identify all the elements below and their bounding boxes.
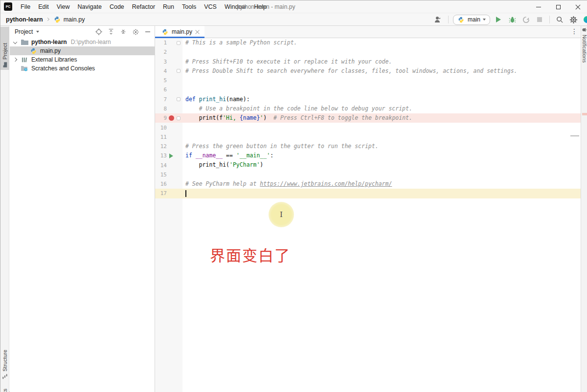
menu-tools[interactable]: Tools xyxy=(178,3,200,10)
code-line-14[interactable]: 14 print_hi('PyCharm') xyxy=(155,160,581,170)
run-button[interactable] xyxy=(493,14,504,25)
expand-all-button[interactable] xyxy=(107,28,115,36)
gutter-run-slot[interactable] xyxy=(167,153,176,158)
code-line-12[interactable]: 12# Press the green button in the gutter… xyxy=(155,142,581,151)
gutter-cell[interactable]: 12 xyxy=(155,142,182,151)
tool-stripe-notifications-tab[interactable]: Notifications xyxy=(581,27,587,63)
code-line-4[interactable]: 4# Press Double Shift to search everywhe… xyxy=(155,66,581,76)
code-text[interactable] xyxy=(182,189,581,198)
code-line-15[interactable]: 15 xyxy=(155,170,581,179)
project-panel-title[interactable]: Project xyxy=(15,28,33,35)
settings-button[interactable] xyxy=(568,14,579,25)
run-configuration-select[interactable]: main xyxy=(453,15,490,25)
gutter-cell[interactable]: 11 xyxy=(155,132,182,142)
menu-navigate[interactable]: Navigate xyxy=(74,3,106,10)
hide-panel-button[interactable] xyxy=(144,28,152,36)
stop-button[interactable] xyxy=(534,14,545,25)
debug-button[interactable] xyxy=(507,14,518,25)
code-text[interactable]: # Press Double Shift to search everywher… xyxy=(182,66,581,76)
fold-region-slot[interactable] xyxy=(176,116,181,120)
code-line-7[interactable]: 7def print_hi(name): xyxy=(155,95,581,104)
fold-marker-icon[interactable] xyxy=(177,41,181,45)
gutter-cell[interactable]: 6 xyxy=(155,85,182,94)
tab-mainpy[interactable]: main.py xyxy=(155,26,204,38)
gutter-cell[interactable]: 1 xyxy=(155,38,182,47)
code-text[interactable]: def print_hi(name): xyxy=(182,95,581,104)
tool-stripe-structure-tab[interactable]: Structure xyxy=(0,339,9,382)
tool-stripe-project-tab[interactable]: Project xyxy=(0,27,9,70)
tab-close-icon[interactable] xyxy=(195,30,200,34)
code-text[interactable]: print(f'Hi, {name}') # Press Ctrl+F8 to … xyxy=(182,113,581,123)
menu-file[interactable]: File xyxy=(17,3,34,10)
tree-row-mainpy[interactable]: main.py xyxy=(10,46,155,55)
tree-row-external-libraries[interactable]: External Libraries xyxy=(10,55,155,64)
code-editor[interactable]: 1# This is a sample Python script.23# Pr… xyxy=(155,38,581,392)
code-line-9[interactable]: 9 print(f'Hi, {name}') # Press Ctrl+F8 t… xyxy=(155,113,581,123)
code-text[interactable]: # Press Shift+F10 to execute it or repla… xyxy=(182,57,581,66)
code-line-8[interactable]: 8 # Use a breakpoint in the code line be… xyxy=(155,104,581,113)
fold-marker-icon[interactable] xyxy=(177,69,181,73)
fold-region-slot[interactable] xyxy=(176,69,181,73)
locate-file-button[interactable] xyxy=(95,28,103,36)
menu-edit[interactable]: Edit xyxy=(34,3,53,10)
code-text[interactable]: # Use a breakpoint in the code line belo… xyxy=(182,104,581,113)
tool-stripe-bookmarks-tab[interactable]: Bookmarks xyxy=(0,386,9,392)
code-line-5[interactable]: 5 xyxy=(155,76,581,85)
gutter-cell[interactable]: 2 xyxy=(155,47,182,57)
code-text[interactable]: # This is a sample Python script. xyxy=(182,38,581,47)
breadcrumb-file[interactable]: main.py xyxy=(64,16,85,23)
menu-code[interactable]: Code xyxy=(106,3,128,10)
user-profile-button[interactable] xyxy=(433,14,444,25)
gutter-cell[interactable]: 13 xyxy=(155,151,182,160)
breakpoint-icon[interactable] xyxy=(169,115,174,121)
gutter-cell[interactable]: 16 xyxy=(155,179,182,189)
code-text[interactable]: print_hi('PyCharm') xyxy=(182,160,581,170)
minimize-button[interactable] xyxy=(529,0,548,13)
menu-run[interactable]: Run xyxy=(159,3,178,10)
code-line-17[interactable]: 17 xyxy=(155,189,581,198)
collapse-all-button[interactable] xyxy=(119,28,127,36)
menu-vcs[interactable]: VCS xyxy=(200,3,221,10)
run-line-icon[interactable] xyxy=(169,153,173,158)
collapsed-chevron-icon[interactable] xyxy=(13,58,17,62)
editor-options-kebab-icon[interactable]: ⋮ xyxy=(571,27,578,35)
code-line-13[interactable]: 13if __name__ == '__main__': xyxy=(155,151,581,160)
rerun-coverage-button[interactable] xyxy=(520,14,531,25)
code-text[interactable]: # Press the green button in the gutter t… xyxy=(182,142,581,151)
menu-refactor[interactable]: Refactor xyxy=(128,3,159,10)
code-line-16[interactable]: 16# See PyCharm help at https://www.jetb… xyxy=(155,179,581,189)
panel-settings-button[interactable] xyxy=(132,28,139,36)
fold-marker-icon[interactable] xyxy=(177,97,181,101)
close-button[interactable] xyxy=(568,0,587,13)
code-text[interactable]: # See PyCharm help at https://www.jetbra… xyxy=(182,179,581,189)
menu-view[interactable]: View xyxy=(53,3,74,10)
gutter-cell[interactable]: 7 xyxy=(155,95,182,104)
code-text[interactable]: if __name__ == '__main__': xyxy=(182,151,581,160)
code-line-10[interactable]: 10 xyxy=(155,123,581,132)
code-line-6[interactable]: 6 xyxy=(155,85,581,94)
maximize-button[interactable] xyxy=(548,0,568,13)
tree-row-scratches[interactable]: Scratches and Consoles xyxy=(10,64,155,73)
fold-marker-icon[interactable] xyxy=(177,116,181,120)
expanded-chevron-icon[interactable] xyxy=(13,40,17,44)
code-line-11[interactable]: 11 xyxy=(155,132,581,142)
gutter-cell[interactable]: 9 xyxy=(155,113,182,123)
gutter-cell[interactable]: 3 xyxy=(155,57,182,66)
code-line-2[interactable]: 2 xyxy=(155,47,581,57)
gutter-cell[interactable]: 10 xyxy=(155,123,182,132)
tree-row-project-root[interactable]: python-learn D:\python-learn xyxy=(10,38,155,46)
code-line-3[interactable]: 3# Press Shift+F10 to execute it or repl… xyxy=(155,57,581,66)
gutter-cell[interactable]: 8 xyxy=(155,104,182,113)
gutter-cell[interactable]: 15 xyxy=(155,170,182,179)
gutter-cell[interactable]: 17 xyxy=(155,189,182,198)
fold-region-slot[interactable] xyxy=(176,97,181,101)
ide-features-sphere-icon[interactable] xyxy=(582,14,587,25)
fold-region-slot[interactable] xyxy=(176,41,181,45)
gutter-cell[interactable]: 4 xyxy=(155,66,182,76)
code-line-1[interactable]: 1# This is a sample Python script. xyxy=(155,38,581,47)
gutter-cell[interactable]: 5 xyxy=(155,76,182,85)
gutter-breakpoint-slot[interactable] xyxy=(167,115,176,121)
gutter-cell[interactable]: 14 xyxy=(155,160,182,170)
breadcrumb-project[interactable]: python-learn xyxy=(6,16,43,23)
search-everywhere-button[interactable] xyxy=(554,14,565,25)
